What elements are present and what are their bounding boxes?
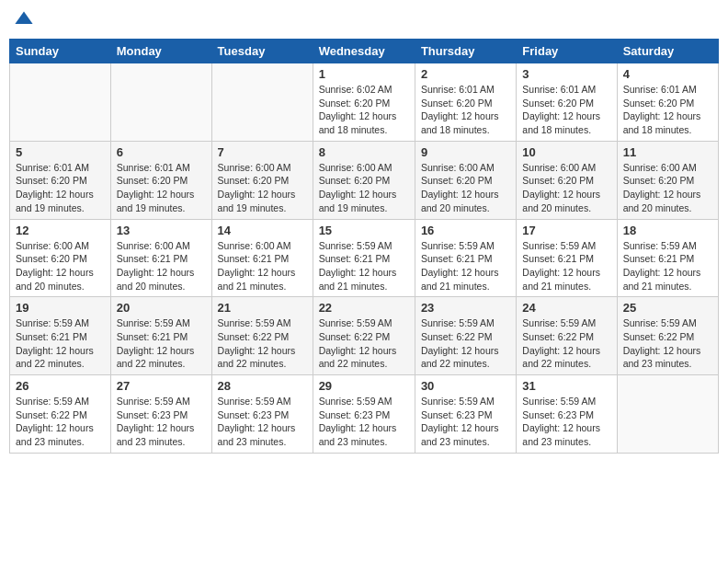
day-number: 26 xyxy=(16,379,105,393)
day-info: Sunrise: 5:59 AM Sunset: 6:22 PM Dayligh… xyxy=(623,316,712,371)
day-info: Sunrise: 5:59 AM Sunset: 6:22 PM Dayligh… xyxy=(218,316,307,371)
calendar-day-3: 3Sunrise: 6:01 AM Sunset: 6:20 PM Daylig… xyxy=(517,63,617,142)
day-info: Sunrise: 5:59 AM Sunset: 6:23 PM Dayligh… xyxy=(421,395,510,449)
calendar-day-16: 16Sunrise: 5:59 AM Sunset: 6:21 PM Dayli… xyxy=(415,219,516,297)
day-info: Sunrise: 5:59 AM Sunset: 6:23 PM Dayligh… xyxy=(117,395,206,449)
calendar-day-13: 13Sunrise: 6:00 AM Sunset: 6:21 PM Dayli… xyxy=(110,219,211,297)
day-info: Sunrise: 6:01 AM Sunset: 6:20 PM Dayligh… xyxy=(117,161,206,215)
day-info: Sunrise: 6:01 AM Sunset: 6:20 PM Dayligh… xyxy=(421,83,510,137)
calendar-day-10: 10Sunrise: 6:00 AM Sunset: 6:20 PM Dayli… xyxy=(517,141,617,219)
day-info: Sunrise: 5:59 AM Sunset: 6:22 PM Dayligh… xyxy=(16,395,105,449)
page-header xyxy=(9,9,719,31)
calendar-header-wednesday: Wednesday xyxy=(313,40,415,63)
day-info: Sunrise: 5:59 AM Sunset: 6:22 PM Dayligh… xyxy=(421,316,510,371)
calendar-day-28: 28Sunrise: 5:59 AM Sunset: 6:23 PM Dayli… xyxy=(211,375,313,454)
calendar-day-9: 9Sunrise: 6:00 AM Sunset: 6:20 PM Daylig… xyxy=(415,141,516,219)
calendar-day-7: 7Sunrise: 6:00 AM Sunset: 6:20 PM Daylig… xyxy=(211,141,313,219)
day-number: 9 xyxy=(421,145,510,159)
calendar-header-thursday: Thursday xyxy=(415,40,516,63)
day-info: Sunrise: 5:59 AM Sunset: 6:21 PM Dayligh… xyxy=(117,316,206,371)
day-number: 17 xyxy=(522,224,610,237)
day-number: 18 xyxy=(623,224,712,237)
day-number: 7 xyxy=(218,145,307,159)
day-number: 29 xyxy=(319,379,409,393)
calendar-day-22: 22Sunrise: 5:59 AM Sunset: 6:22 PM Dayli… xyxy=(313,297,415,375)
calendar-day-27: 27Sunrise: 5:59 AM Sunset: 6:23 PM Dayli… xyxy=(110,375,211,454)
logo-icon xyxy=(13,9,35,31)
day-number: 8 xyxy=(319,145,409,159)
day-info: Sunrise: 6:00 AM Sunset: 6:20 PM Dayligh… xyxy=(319,161,409,215)
day-number: 1 xyxy=(319,67,409,81)
calendar-header-monday: Monday xyxy=(110,40,211,63)
day-info: Sunrise: 6:01 AM Sunset: 6:20 PM Dayligh… xyxy=(623,83,712,137)
calendar-week-row: 5Sunrise: 6:01 AM Sunset: 6:20 PM Daylig… xyxy=(10,141,719,219)
day-number: 25 xyxy=(623,301,712,315)
calendar-day-17: 17Sunrise: 5:59 AM Sunset: 6:21 PM Dayli… xyxy=(517,219,617,297)
day-info: Sunrise: 6:00 AM Sunset: 6:21 PM Dayligh… xyxy=(117,239,206,293)
calendar-day-11: 11Sunrise: 6:00 AM Sunset: 6:20 PM Dayli… xyxy=(617,141,718,219)
calendar-day-2: 2Sunrise: 6:01 AM Sunset: 6:20 PM Daylig… xyxy=(415,63,516,142)
calendar-day-19: 19Sunrise: 5:59 AM Sunset: 6:21 PM Dayli… xyxy=(10,297,111,375)
day-info: Sunrise: 5:59 AM Sunset: 6:21 PM Dayligh… xyxy=(623,239,712,293)
day-number: 24 xyxy=(522,301,610,315)
calendar-day-25: 25Sunrise: 5:59 AM Sunset: 6:22 PM Dayli… xyxy=(617,297,718,375)
calendar-week-row: 19Sunrise: 5:59 AM Sunset: 6:21 PM Dayli… xyxy=(10,297,719,375)
day-number: 20 xyxy=(117,301,206,315)
day-info: Sunrise: 5:59 AM Sunset: 6:22 PM Dayligh… xyxy=(319,316,409,371)
day-info: Sunrise: 6:00 AM Sunset: 6:20 PM Dayligh… xyxy=(218,161,307,215)
day-info: Sunrise: 6:00 AM Sunset: 6:20 PM Dayligh… xyxy=(522,161,610,215)
day-number: 15 xyxy=(319,224,409,237)
day-info: Sunrise: 5:59 AM Sunset: 6:23 PM Dayligh… xyxy=(319,395,409,449)
calendar-day-5: 5Sunrise: 6:01 AM Sunset: 6:20 PM Daylig… xyxy=(10,141,111,219)
day-info: Sunrise: 6:00 AM Sunset: 6:20 PM Dayligh… xyxy=(16,239,105,293)
calendar-day-15: 15Sunrise: 5:59 AM Sunset: 6:21 PM Dayli… xyxy=(313,219,415,297)
day-number: 16 xyxy=(421,224,510,237)
day-number: 19 xyxy=(16,301,105,315)
calendar-week-row: 1Sunrise: 6:02 AM Sunset: 6:20 PM Daylig… xyxy=(10,63,719,142)
calendar-table: SundayMondayTuesdayWednesdayThursdayFrid… xyxy=(9,39,719,454)
calendar-day-4: 4Sunrise: 6:01 AM Sunset: 6:20 PM Daylig… xyxy=(617,63,718,142)
day-number: 13 xyxy=(117,224,206,237)
calendar-header-saturday: Saturday xyxy=(617,40,718,63)
calendar-empty-cell xyxy=(617,375,718,454)
day-info: Sunrise: 6:02 AM Sunset: 6:20 PM Dayligh… xyxy=(319,83,409,137)
day-number: 27 xyxy=(117,379,206,393)
day-number: 3 xyxy=(522,67,610,81)
calendar-empty-cell xyxy=(10,63,111,142)
day-number: 30 xyxy=(421,379,510,393)
calendar-day-21: 21Sunrise: 5:59 AM Sunset: 6:22 PM Dayli… xyxy=(211,297,313,375)
calendar-week-row: 26Sunrise: 5:59 AM Sunset: 6:22 PM Dayli… xyxy=(10,375,719,454)
day-number: 2 xyxy=(421,67,510,81)
day-info: Sunrise: 5:59 AM Sunset: 6:21 PM Dayligh… xyxy=(16,316,105,371)
day-number: 28 xyxy=(218,379,307,393)
day-info: Sunrise: 6:00 AM Sunset: 6:21 PM Dayligh… xyxy=(218,239,307,293)
day-number: 10 xyxy=(522,145,610,159)
calendar-empty-cell xyxy=(110,63,211,142)
calendar-day-24: 24Sunrise: 5:59 AM Sunset: 6:22 PM Dayli… xyxy=(517,297,617,375)
calendar-day-26: 26Sunrise: 5:59 AM Sunset: 6:22 PM Dayli… xyxy=(10,375,111,454)
calendar-day-14: 14Sunrise: 6:00 AM Sunset: 6:21 PM Dayli… xyxy=(211,219,313,297)
calendar-header-friday: Friday xyxy=(517,40,617,63)
calendar-day-23: 23Sunrise: 5:59 AM Sunset: 6:22 PM Dayli… xyxy=(415,297,516,375)
day-info: Sunrise: 5:59 AM Sunset: 6:21 PM Dayligh… xyxy=(319,239,409,293)
day-info: Sunrise: 5:59 AM Sunset: 6:21 PM Dayligh… xyxy=(522,239,610,293)
day-info: Sunrise: 5:59 AM Sunset: 6:23 PM Dayligh… xyxy=(218,395,307,449)
calendar-day-18: 18Sunrise: 5:59 AM Sunset: 6:21 PM Dayli… xyxy=(617,219,718,297)
day-number: 23 xyxy=(421,301,510,315)
day-info: Sunrise: 5:59 AM Sunset: 6:21 PM Dayligh… xyxy=(421,239,510,293)
day-info: Sunrise: 6:00 AM Sunset: 6:20 PM Dayligh… xyxy=(623,161,712,215)
calendar-day-1: 1Sunrise: 6:02 AM Sunset: 6:20 PM Daylig… xyxy=(313,63,415,142)
calendar-day-20: 20Sunrise: 5:59 AM Sunset: 6:21 PM Dayli… xyxy=(110,297,211,375)
calendar-empty-cell xyxy=(211,63,313,142)
day-number: 11 xyxy=(623,145,712,159)
day-info: Sunrise: 6:01 AM Sunset: 6:20 PM Dayligh… xyxy=(522,83,610,137)
day-info: Sunrise: 6:01 AM Sunset: 6:20 PM Dayligh… xyxy=(16,161,105,215)
calendar-day-29: 29Sunrise: 5:59 AM Sunset: 6:23 PM Dayli… xyxy=(313,375,415,454)
calendar-header-tuesday: Tuesday xyxy=(211,40,313,63)
calendar-header-sunday: Sunday xyxy=(10,40,111,63)
day-number: 5 xyxy=(16,145,105,159)
logo xyxy=(13,9,39,31)
calendar-day-12: 12Sunrise: 6:00 AM Sunset: 6:20 PM Dayli… xyxy=(10,219,111,297)
calendar-day-6: 6Sunrise: 6:01 AM Sunset: 6:20 PM Daylig… xyxy=(110,141,211,219)
day-number: 21 xyxy=(218,301,307,315)
